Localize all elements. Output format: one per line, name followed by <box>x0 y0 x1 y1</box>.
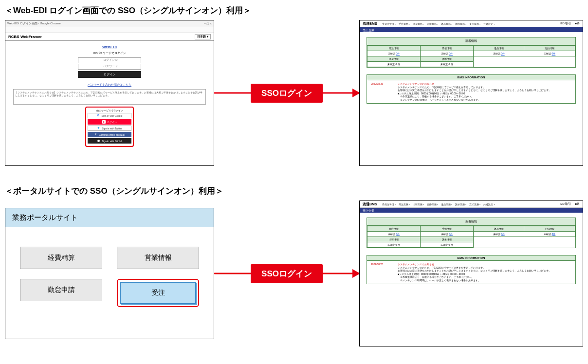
menu-item[interactable]: 支払業務 <box>469 203 480 206</box>
portal-btn-expense[interactable]: 経費精算 <box>20 247 102 269</box>
bms-logout[interactable]: ■終 <box>575 202 580 206</box>
notice-box: 【システムメンテナンスのお知らせ】システムメンテナンスのため、下記日程にてサービ… <box>13 89 206 105</box>
window-title: Web-EDI ログイン画面 - Google Chrome <box>7 21 61 26</box>
app-brand: RCBS WebFramer <box>8 35 42 39</box>
bms-user: EDI取引 <box>560 21 571 26</box>
section1-title: ＜Web-EDI ログイン画面での SSO（シングルサインオン）利用＞ <box>5 5 583 16</box>
portal-btn-order[interactable]: 受注 <box>120 282 196 304</box>
window-titlebar: Web-EDI ログイン画面 - Google Chrome − □ × <box>5 20 214 27</box>
facebook-icon: f <box>94 133 97 136</box>
section2-title: ＜ポータルサイトでの SSO（シングルサインオン）利用＞ <box>5 185 583 197</box>
info-date: 2022/08/25 <box>371 263 398 282</box>
col-header: 受領情報 <box>420 46 473 51</box>
menu-item[interactable]: 受発注管理 <box>382 22 396 25</box>
sso-arrow: SSOログイン <box>214 254 359 293</box>
sso-box-title: 他のサービスでログイン <box>88 109 131 112</box>
bms-info-title: BMS INFORMATION <box>367 255 575 261</box>
menu-item[interactable]: 支払業務 <box>469 22 480 25</box>
menu-item[interactable]: 請求業務 <box>455 22 466 25</box>
info-date: 2022/08/25 <box>371 82 398 101</box>
bms-subbar: 売上企業 <box>360 208 583 213</box>
sso-arrow-label: SSOログイン <box>251 84 323 103</box>
portal-title: 業務ポータルサイト <box>5 208 214 227</box>
bms-window: 流通BMS 受発注管理 受注業務 出荷業務 売掛業務 返品業務 請求業務 支払業… <box>359 200 583 346</box>
login-button[interactable]: ログイン <box>78 71 141 78</box>
sso-provider-box: 他のサービスでログイン GSign in with Google Y!ログイン … <box>85 107 134 147</box>
sso-google-button[interactable]: GSign in with Google <box>88 113 131 118</box>
sso-facebook-button[interactable]: fContinue with Facebook <box>88 132 131 137</box>
link[interactable]: 0件 <box>449 52 453 55</box>
login-title: WebEDI <box>9 45 210 49</box>
menu-item[interactable]: 受注業務 <box>399 22 410 25</box>
menu-item[interactable]: 共通設定 <box>483 22 495 25</box>
col-header: 支払情報 <box>524 46 575 51</box>
menu-item[interactable]: 返品業務 <box>441 22 452 25</box>
menu-item[interactable]: 出荷業務 <box>413 22 424 25</box>
sso-arrow: SSOログイン <box>214 73 359 112</box>
portal-btn-attendance[interactable]: 勤怠申請 <box>20 279 102 301</box>
bms-logo: 流通BMS <box>363 21 377 26</box>
login-id-input[interactable]: ログインID <box>78 57 141 63</box>
yahoo-icon: Y! <box>102 120 106 124</box>
menu-item[interactable]: 受発注管理 <box>382 203 396 206</box>
bms-window: 流通BMS 受発注管理 受注業務 出荷業務 売掛業務 返品業務 請求業務 支払業… <box>359 20 583 166</box>
bms-arrivals-table: 発注情報 受領情報 返品情報 支払情報 未確認 0件 未確認 0件 未確認 0件… <box>367 226 575 248</box>
twitter-icon: ✦ <box>97 127 100 130</box>
login-window: Web-EDI ログイン画面 - Google Chrome − □ × RCB… <box>5 20 214 166</box>
bms-subbar: 売上企業 <box>360 27 583 32</box>
info-text: システムメンテナンスのお知らせ システムメンテナンスのため、下記日程にてサービス… <box>398 263 551 282</box>
login-pw-input[interactable]: パスワード <box>78 64 141 70</box>
bms-table-title: 新着情報 <box>367 37 575 45</box>
link[interactable]: 0件 <box>396 52 400 55</box>
link[interactable]: 0件 <box>501 52 505 55</box>
sso-yahoo-button[interactable]: Y!ログイン <box>88 119 131 125</box>
bms-menu[interactable]: 受発注管理 受注業務 出荷業務 売掛業務 返品業務 請求業務 支払業務 共通設定 <box>382 22 495 25</box>
login-subtitle: ID/パスワードでログイン <box>9 51 210 55</box>
bms-info-title: BMS INFORMATION <box>367 75 575 80</box>
cell: 未確定 0 件 <box>368 62 421 67</box>
portal-btn-sales[interactable]: 営業情報 <box>117 247 199 269</box>
menu-item[interactable]: 請求業務 <box>455 203 466 206</box>
bms-user: EDI取引 <box>560 202 571 206</box>
portal-active-highlight: 受注 <box>117 279 199 307</box>
sso-github-button[interactable]: ◉Sign in with GitHub <box>88 138 131 144</box>
bms-menu[interactable]: 受発注管理 受注業務 出荷業務 売掛業務 返品業務 請求業務 支払業務 共通設定 <box>382 203 495 206</box>
sso-arrow-label: SSOログイン <box>251 264 323 283</box>
url-bar[interactable] <box>5 27 214 33</box>
bms-logout[interactable]: ■終 <box>575 21 580 26</box>
forgot-password-link[interactable]: パスワードを忘れた場合はこちら <box>9 83 210 87</box>
menu-item[interactable]: 売掛業務 <box>427 203 438 206</box>
sso-twitter-button[interactable]: ✦Sign in with Twitter <box>88 126 131 131</box>
menu-item[interactable]: 返品業務 <box>441 203 452 206</box>
github-icon: ◉ <box>97 139 100 143</box>
bms-logo: 流通BMS <box>363 202 377 207</box>
col-header: 請求情報 <box>420 56 473 62</box>
menu-item[interactable]: 出荷業務 <box>413 203 424 206</box>
menu-item[interactable]: 売掛業務 <box>427 22 438 25</box>
info-text: システムメンテナンスのお知らせ システムメンテナンスのため、下記日程にてサービス… <box>398 82 551 101</box>
link[interactable]: 0件 <box>552 52 556 55</box>
col-header: 発注情報 <box>368 46 421 51</box>
bms-table-title: 新着情報 <box>367 218 575 226</box>
google-icon: G <box>96 114 100 117</box>
col-header: 返品情報 <box>473 46 524 51</box>
language-select[interactable]: 日本語 ▾ <box>195 34 211 39</box>
menu-item[interactable]: 共通設定 <box>483 203 495 206</box>
menu-item[interactable]: 受注業務 <box>399 203 410 206</box>
cell: 未確定 0 件 <box>420 62 473 67</box>
col-header: 出荷情報 <box>368 56 421 62</box>
portal-window: 業務ポータルサイト 経費精算 営業情報 勤怠申請 受注 <box>5 208 214 339</box>
window-controls[interactable]: − □ × <box>204 22 212 25</box>
bms-arrivals-table: 発注情報 受領情報 返品情報 支払情報 未確認 0件 未確認 0件 未確認 0件… <box>367 45 575 67</box>
